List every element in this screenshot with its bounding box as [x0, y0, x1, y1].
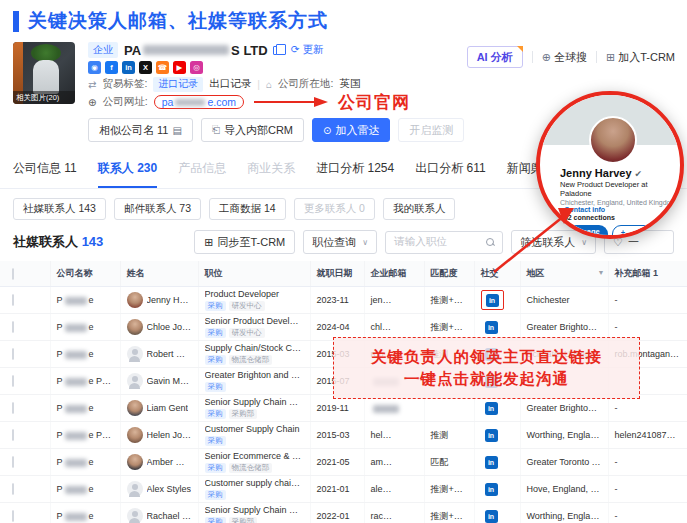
- row-checkbox[interactable]: [12, 402, 14, 414]
- cell-company-email: jena...: [364, 287, 424, 314]
- website-url[interactable]: pae.com: [162, 96, 236, 108]
- copy-icon[interactable]: [273, 46, 281, 55]
- dept-tag: 采购: [205, 328, 226, 338]
- youtube-icon[interactable]: ▶: [173, 61, 186, 74]
- cell-checkbox: [0, 422, 50, 449]
- pill-我的联系人[interactable]: 我的联系人: [383, 198, 456, 220]
- row-checkbox[interactable]: [12, 483, 14, 495]
- row-checkbox[interactable]: [12, 429, 14, 441]
- cell-social: in: [474, 476, 520, 503]
- row-checkbox[interactable]: [12, 456, 14, 468]
- contact-name[interactable]: Gavin Meeks: [147, 376, 192, 386]
- row-checkbox[interactable]: [12, 348, 14, 360]
- row-checkbox[interactable]: [12, 294, 14, 306]
- join-tcrm-icon: ⊞: [606, 51, 615, 64]
- dept-tag: 采购部: [229, 517, 258, 523]
- contact-name[interactable]: Alex Styles: [147, 484, 192, 494]
- tab-出口分析[interactable]: 出口分析 611: [415, 160, 485, 188]
- similar-company-names-label: 相似公司名 11: [99, 123, 168, 138]
- tab-进口分析[interactable]: 进口分析 1254: [316, 160, 394, 188]
- join-radar-button[interactable]: ⊙加入雷达: [312, 118, 390, 142]
- avatar: [127, 319, 143, 335]
- cell-match-level: 匹配: [424, 449, 474, 476]
- col-header-position: 职位: [198, 261, 310, 287]
- job-title: Senior Ecommerce & Supply Cha...: [205, 451, 304, 462]
- cell-extra-email: helen241087@msn...: [608, 422, 687, 449]
- dept-tag: 采购: [205, 382, 226, 392]
- email-blur: [373, 405, 399, 413]
- linkedin-icon[interactable]: in: [486, 294, 499, 307]
- contact-person: Liam Gent: [127, 400, 192, 416]
- pill-社媒联系人[interactable]: 社媒联系人 143: [13, 198, 106, 220]
- dept-tag: 物流仓储部: [229, 355, 273, 365]
- contact-info-link[interactable]: Contact info: [564, 206, 605, 213]
- header-actions: AI 分析⊕全球搜⊞加入T-CRM: [467, 46, 675, 68]
- company-photo-thumbnail[interactable]: 相关图片(20): [13, 42, 75, 104]
- contact-name[interactable]: Amber Whitty: [147, 457, 192, 467]
- cell-company-email: raca...: [364, 503, 424, 523]
- contact-name[interactable]: Jenny Harvey: [147, 295, 192, 305]
- row-checkbox[interactable]: [12, 375, 14, 387]
- linkedin-icon[interactable]: in: [485, 510, 498, 523]
- row-checkbox[interactable]: [12, 321, 14, 333]
- facebook-icon[interactable]: f: [105, 61, 118, 74]
- linkedin-icon[interactable]: in: [122, 61, 135, 74]
- contact-name[interactable]: Chloe Jones: [147, 322, 192, 332]
- filter-funnel-icon[interactable]: ▼: [598, 269, 605, 276]
- job-title: Senior Product Developer: [205, 316, 304, 327]
- job-tags: 采购采购部: [205, 517, 304, 523]
- x-twitter-icon[interactable]: X: [139, 61, 152, 74]
- dept-tag: 采购: [205, 355, 226, 365]
- phone-icon[interactable]: ☎: [156, 61, 169, 74]
- position-query-select[interactable]: 职位查询∨: [303, 230, 377, 254]
- select-all-checkbox[interactable]: [12, 268, 14, 280]
- contact-person: Gavin Meeks: [127, 373, 192, 389]
- cell-position: Greater Brighton and Hove Area采购: [198, 368, 310, 395]
- contact-name[interactable]: Liam Gent: [147, 403, 189, 413]
- job-title: Customer Supply Chain: [205, 424, 304, 435]
- linkedin-icon[interactable]: in: [485, 483, 498, 496]
- cell-company: Pe Produc...: [50, 422, 120, 449]
- contact-person: Chloe Jones: [127, 319, 192, 335]
- tab-商业关系[interactable]: 商业关系: [247, 160, 295, 188]
- pill-邮件联系人[interactable]: 邮件联系人 73: [114, 198, 201, 220]
- tab-产品信息[interactable]: 产品信息: [178, 160, 226, 188]
- contact-name[interactable]: Rachael Kelly: [147, 511, 192, 521]
- instagram-icon[interactable]: ◎: [190, 61, 203, 74]
- tab-公司信息[interactable]: 公司信息 11: [13, 160, 77, 188]
- linkedin-icon-wrap: in: [481, 507, 502, 523]
- cell-position: Product Developer采购研发中心: [198, 287, 310, 314]
- import-records-tag[interactable]: 进口记录: [153, 77, 203, 92]
- sync-to-tcrm-button[interactable]: ⊞同步至T-CRM: [194, 230, 295, 254]
- cell-name: Amber Whitty: [120, 449, 198, 476]
- linkedin-icon[interactable]: in: [485, 321, 498, 334]
- import-internal-crm-button[interactable]: ⎗导入内部CRM: [201, 118, 304, 142]
- linkedin-icon[interactable]: in: [485, 429, 498, 442]
- refresh-button[interactable]: ⟳ 更新: [291, 43, 324, 57]
- pill-工商数据[interactable]: 工商数据 14: [209, 198, 286, 220]
- similar-company-names-icon: ▤: [172, 125, 181, 136]
- similar-company-names-button[interactable]: 相似公司名 11▤: [88, 118, 193, 142]
- company-blur: [65, 378, 87, 386]
- row-checkbox[interactable]: [12, 510, 14, 522]
- contact-name[interactable]: Helen Johnstone: [147, 430, 192, 440]
- cell-extra-email: -: [608, 476, 687, 503]
- ai-analysis-button[interactable]: AI 分析: [467, 46, 523, 68]
- website-icon[interactable]: ◉: [88, 61, 101, 74]
- export-records-tag[interactable]: 出口记录: [209, 77, 251, 91]
- dept-tag: 采购: [205, 436, 226, 446]
- job-title: Customer supply chain coordinator: [205, 478, 304, 489]
- position-search-input[interactable]: 请输入职位: [385, 231, 503, 254]
- global-search-button[interactable]: ⊕全球搜: [542, 50, 587, 65]
- tab-联系人[interactable]: 联系人 230: [98, 160, 157, 188]
- contact-name[interactable]: Robert Monta...: [147, 349, 192, 359]
- cell-region: Worthing, England,...: [520, 422, 608, 449]
- join-tcrm-button[interactable]: ⊞加入T-CRM: [606, 50, 675, 65]
- annotation-line-2: 一键点击就能发起沟通: [404, 368, 569, 390]
- cell-position: Customer Supply Chain采购: [198, 422, 310, 449]
- join-radar-icon: ⊙: [323, 125, 331, 136]
- company-blur: [65, 459, 87, 467]
- company-blur: [65, 513, 87, 521]
- linkedin-icon[interactable]: in: [485, 402, 498, 415]
- linkedin-icon[interactable]: in: [485, 456, 498, 469]
